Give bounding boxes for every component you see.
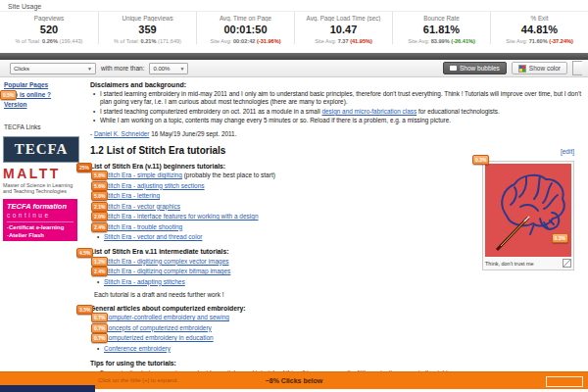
metric-sub: Site Avg: 00:02:42 (-31.96%): [197, 38, 294, 44]
tecfa-formation-banner[interactable]: TECFA formation continue ·Certificat e-l…: [3, 199, 77, 241]
link-suffix: (probably the best place to start): [182, 172, 275, 178]
tutorial-link-vector-thread-color[interactable]: Stitch Era - vector and thread color: [104, 233, 202, 240]
metric-bounce-rate: Bounce Rate 61.81% Site Avg: 83.99% (-26…: [392, 12, 490, 44]
metric-value: 61.81%: [393, 24, 490, 35]
sub-label: % of Total:: [114, 38, 139, 44]
article-item: Conference embroidery: [104, 345, 582, 353]
metric-value: 00:01:50: [197, 24, 294, 35]
metric-percent-exit: % Exit 44.81% Site Avg: 71.60% (-37.24%): [490, 12, 588, 44]
metric-label: % Exit: [491, 15, 588, 22]
metrics-row: Pageviews 520 % of Total: 0.26% (199,443…: [0, 12, 588, 44]
section-heading: 1.2 List of Stitch Era tutorials: [90, 145, 225, 156]
click-badge: 1.2%: [91, 257, 108, 267]
magnify-icon[interactable]: [563, 259, 571, 268]
formation-title: TECFA formation: [7, 202, 74, 211]
metric-avg-time: Avg. Time on Page 00:01:50 Site Avg: 00:…: [196, 12, 294, 44]
brain-thumbnail[interactable]: 0.3% 0.3% Think, don't trust me: [482, 161, 574, 270]
signature-line: - Daniel K. Schneider 16 May/19 June/29 …: [90, 130, 582, 137]
sub-label: Site Avg:: [315, 38, 336, 44]
tutorial-link-interface-features[interactable]: Stitch Era - interface features for work…: [104, 213, 259, 220]
article-link-conference-embroidery[interactable]: Conference embroidery: [104, 345, 171, 352]
tutorial-link-trouble-shooting[interactable]: Stitch Era - trouble shooting: [104, 223, 182, 230]
article-link-embroidery-in-education[interactable]: Computerized embroidery in education: [104, 334, 214, 341]
edit-section-link[interactable]: [edit]: [561, 148, 574, 155]
click-badge: 5.8%: [91, 171, 108, 180]
formation-item-atelier: ·Atelier Flash: [7, 232, 74, 238]
tutorial-link-simple-digitizing[interactable]: Stitch Era - simple digitizing: [104, 172, 182, 178]
tutorial-link-adapting-stitches[interactable]: Stitch Era - adapting stitches: [104, 278, 185, 285]
wiki-sidebar: Popular Pages 0.5% Who is online ? Versi…: [0, 78, 84, 241]
metric-label: Pageviews: [0, 15, 98, 22]
sidebar-link-version[interactable]: Version: [4, 101, 84, 108]
maltt-logo-block[interactable]: MALTT Master of Science in Learning and …: [3, 167, 77, 194]
metric-value: 359: [99, 24, 196, 35]
threshold-label: with more than:: [101, 65, 144, 72]
show-bubbles-label: Show bubbles: [460, 65, 500, 72]
tips-heading: Tips for using the tutorials:: [90, 360, 582, 367]
metric-value: 44.81%: [491, 24, 588, 35]
click-badge: 0.7%: [91, 333, 108, 343]
panel-divider-bar: [0, 53, 588, 60]
metric-type-value: Clicks: [14, 66, 29, 72]
sub-value: 00:02:42: [233, 38, 255, 44]
inpage-toolbar: Clicks ▼ with more than: 0.00% ▼ Show bu…: [0, 60, 588, 77]
article-link-concepts[interactable]: Concepts of computerized embroidery: [104, 324, 212, 331]
metric-page-load: Avg. Page Load Time (sec) 10.47 Site Avg…: [294, 12, 392, 44]
disclaimers-heading: Disclaimers and background:: [90, 81, 582, 88]
clicks-below-label: ~8% Clicks below: [266, 377, 323, 384]
intermediate-heading-text: List of Stitch Era v.11 intermediate tut…: [90, 248, 229, 255]
color-grid-icon: [518, 65, 526, 73]
design-class-link[interactable]: design and micro-fabrication class: [322, 108, 417, 115]
metric-unique-pageviews: Unique Pageviews 359 % of Total: 0.21% (…: [98, 12, 196, 44]
section-heading-row: 1.2 List of Stitch Era tutorials [edit]: [90, 145, 582, 156]
threshold-select[interactable]: 0.00% ▼: [149, 63, 188, 74]
metric-value: 10.47: [295, 24, 392, 35]
sidebar-link-who-is-online[interactable]: 0.5% Who is online ?: [4, 91, 84, 98]
disclaimer-text: for educational technologists.: [416, 108, 500, 115]
disclaimer-item: While I am working on a topic, contents …: [90, 117, 582, 124]
disclaimer-item: I started learning embroidery in mid-may…: [90, 90, 582, 107]
sidebar-footer-block: [0, 385, 95, 392]
metric-sub: % of Total: 0.26% (199,443): [0, 38, 98, 44]
click-badge: 0.7%: [91, 313, 108, 322]
article-item: 0.7%Concepts of computerized embroidery: [104, 324, 582, 332]
click-badge: 0.3%: [552, 233, 568, 243]
show-color-label: Show color: [529, 65, 561, 72]
bubble-icon: [450, 66, 457, 71]
sub-extra: (171,649): [158, 38, 181, 44]
general-heading-text: General articles about computerized embr…: [90, 305, 246, 312]
maltt-logo: MALTT: [3, 167, 77, 180]
metric-label: Bounce Rate: [393, 15, 490, 22]
bar-link-box[interactable]: [546, 376, 583, 387]
metric-type-select[interactable]: Clicks ▼: [10, 63, 96, 74]
show-color-button[interactable]: Show color: [512, 62, 567, 74]
tutorial-link-lettering[interactable]: Stitch Era - lettering: [104, 192, 160, 199]
sidebar-link-popular-pages[interactable]: Popular Pages: [4, 81, 84, 88]
sub-value: 71.60%: [529, 38, 548, 44]
show-bubbles-button[interactable]: Show bubbles: [443, 62, 507, 74]
click-badge: 25%: [76, 163, 92, 172]
tutorial-link-vector-graphics[interactable]: Stitch Era - vector graphics: [104, 203, 180, 210]
metric-value: 520: [0, 24, 98, 35]
disclaimers-list: I started learning embroidery in mid-may…: [90, 90, 582, 125]
author-link[interactable]: Daniel K. Schneider: [94, 130, 149, 137]
tutorial-link-complex-vector-images[interactable]: Stitch Era - digitizing complex vector i…: [104, 258, 229, 265]
signature-date: 16 May/19 June/29 sept. 2011.: [149, 130, 236, 137]
tutorial-link-adjusting-stitch-sections[interactable]: Stitch Era - adjusting stitch sections: [104, 182, 205, 189]
tutorial-link-complex-bitmap-images[interactable]: Stitch Era - digitizing complex bitmap i…: [104, 268, 230, 274]
article-link-computer-controlled-embroidery[interactable]: Computer-controlled embroidery and sewin…: [104, 314, 229, 320]
metric-label: Unique Pageviews: [99, 15, 196, 22]
click-badge: 2.4%: [91, 267, 108, 276]
thumbnail-caption-row: Think, don't trust me: [485, 257, 571, 268]
sub-value: 0.21%: [141, 38, 157, 44]
threshold-value: 0.00%: [153, 66, 170, 72]
toolbar-overflow-button[interactable]: [572, 61, 582, 75]
beginners-heading-text: List of Stitch Era (v.11) beginners tuto…: [90, 163, 225, 170]
click-badge: 0.5%: [0, 90, 17, 100]
metric-sub: Site Avg: 83.99% (-26.41%): [393, 38, 490, 44]
click-badge: 2.0%: [91, 212, 108, 221]
tecfa-logo[interactable]: TECFA: [3, 136, 79, 163]
brain-image[interactable]: 0.3%: [485, 164, 571, 257]
thumbnail-caption: Think, don't trust me: [485, 261, 534, 267]
sub-change: (-37.24%): [549, 38, 573, 44]
